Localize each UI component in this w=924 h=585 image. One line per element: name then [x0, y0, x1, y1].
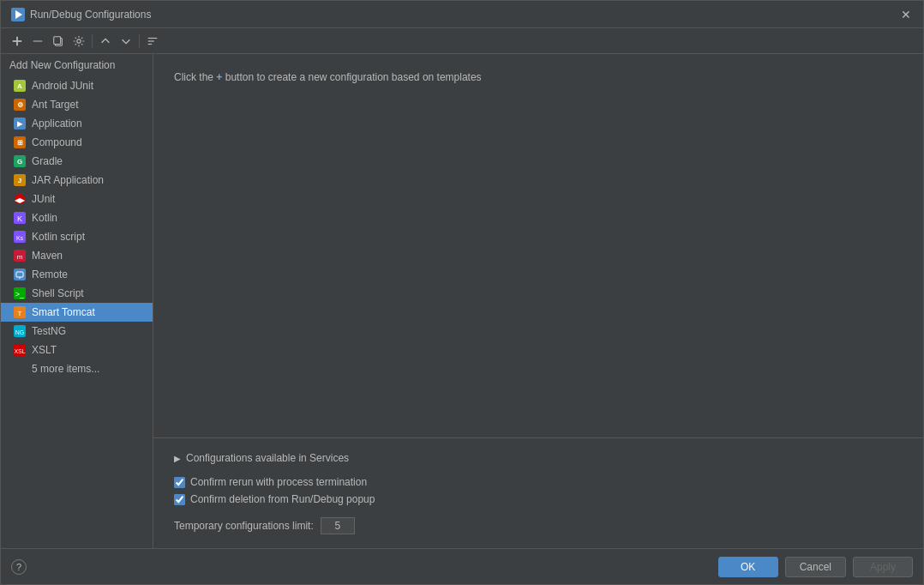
move-down-button[interactable]: [117, 32, 135, 51]
sidebar-item-application[interactable]: ▶ Application: [1, 114, 153, 133]
sidebar-item-label: Smart Tomcat: [32, 306, 95, 318]
sidebar-item-label: Shell Script: [32, 287, 84, 299]
confirm-rerun-label: Confirm rerun with process termination: [190, 476, 367, 488]
toolbar: [1, 28, 923, 54]
help-button[interactable]: ?: [11, 559, 27, 575]
sidebar-item-label: Application: [32, 118, 82, 130]
sidebar-item-label: Gradle: [32, 155, 63, 167]
sidebar-item-more[interactable]: 5 more items...: [1, 359, 153, 378]
checkbox-deletion-row: Confirm deletion from Run/Debug popup: [174, 493, 903, 505]
main-panel: Click the + button to create a new confi…: [153, 54, 923, 548]
sidebar-item-remote[interactable]: Remote: [1, 265, 153, 284]
kotlin-icon: K: [13, 211, 27, 225]
compound-icon: ⊞: [13, 136, 27, 149]
temp-config-row: Temporary configurations limit:: [174, 512, 903, 540]
content-area: Add New Configuration A Android JUnit ⚙ …: [1, 54, 923, 548]
smart-tomcat-icon: T: [13, 305, 27, 319]
sidebar-item-android-junit[interactable]: A Android JUnit: [1, 76, 153, 95]
sort-button[interactable]: [143, 32, 162, 51]
sidebar-item-label: Ant Target: [32, 99, 78, 111]
svg-text:K: K: [17, 214, 22, 223]
sidebar: Add New Configuration A Android JUnit ⚙ …: [1, 54, 153, 548]
footer-right: OK Cancel Apply: [718, 557, 913, 577]
sidebar-item-shell-script[interactable]: >_ Shell Script: [1, 284, 153, 303]
sidebar-item-label: XSLT: [32, 344, 57, 356]
svg-text:NG: NG: [15, 329, 25, 335]
sidebar-item-jar-application[interactable]: J JAR Application: [1, 171, 153, 190]
settings-button[interactable]: [69, 32, 88, 51]
title-bar-left: Run/Debug Configurations: [11, 8, 151, 21]
plus-icon: +: [216, 71, 225, 83]
configurations-label: Configurations available in Services: [186, 452, 349, 464]
add-button[interactable]: [8, 32, 27, 51]
kotlin-script-icon: Ks: [13, 230, 27, 244]
cancel-button[interactable]: Cancel: [785, 557, 846, 577]
toolbar-sep1: [92, 34, 93, 48]
confirm-rerun-checkbox[interactable]: [174, 477, 185, 488]
maven-icon: m: [13, 249, 27, 262]
svg-text:Ks: Ks: [16, 235, 24, 241]
ant-icon: ⚙: [13, 98, 27, 112]
sidebar-item-ant-target[interactable]: ⚙ Ant Target: [1, 95, 153, 114]
title-bar: Run/Debug Configurations ✕: [1, 1, 923, 28]
main-content: Click the + button to create a new confi…: [153, 54, 923, 437]
run-debug-title-icon: [11, 8, 25, 21]
application-icon: ▶: [13, 117, 27, 130]
more-items-icon: [13, 362, 27, 376]
move-up-button[interactable]: [96, 32, 115, 51]
svg-text:◀▶: ◀▶: [15, 196, 26, 204]
sidebar-item-compound[interactable]: ⊞ Compound: [1, 133, 153, 152]
close-button[interactable]: ✕: [899, 8, 913, 21]
sidebar-item-label: Maven: [32, 250, 63, 262]
confirm-deletion-checkbox[interactable]: [174, 494, 185, 505]
bottom-section: ▶ Configurations available in Services C…: [153, 437, 923, 548]
apply-button[interactable]: Apply: [853, 557, 913, 577]
checkbox-rerun-row: Confirm rerun with process termination: [174, 476, 903, 488]
android-icon: A: [13, 79, 27, 93]
sidebar-item-label: JAR Application: [32, 174, 104, 186]
welcome-text: Click the + button to create a new confi…: [174, 71, 903, 83]
sidebar-item-label: JUnit: [32, 193, 55, 205]
svg-text:XSL: XSL: [14, 348, 25, 354]
svg-text:T: T: [18, 310, 22, 317]
sidebar-item-label: 5 more items...: [32, 363, 99, 375]
sidebar-item-maven[interactable]: m Maven: [1, 246, 153, 265]
temp-config-input[interactable]: [321, 517, 355, 534]
run-debug-dialog: Run/Debug Configurations ✕: [0, 0, 924, 585]
sidebar-item-label: Compound: [32, 136, 82, 148]
sidebar-item-label: TestNG: [32, 325, 66, 337]
dialog-footer: ? OK Cancel Apply: [1, 548, 923, 584]
toolbar-sep2: [139, 34, 140, 48]
shell-script-icon: >_: [13, 286, 27, 300]
sidebar-item-testng[interactable]: NG TestNG: [1, 322, 153, 341]
jar-icon: J: [13, 173, 27, 187]
confirm-deletion-label: Confirm deletion from Run/Debug popup: [190, 493, 375, 505]
arrow-icon: ▶: [174, 454, 181, 463]
sidebar-item-smart-tomcat[interactable]: T Smart Tomcat: [1, 303, 153, 322]
sidebar-item-kotlin[interactable]: K Kotlin: [1, 208, 153, 227]
svg-text:m: m: [17, 253, 23, 261]
xslt-icon: XSL: [13, 343, 27, 357]
svg-text:>_: >_: [15, 290, 25, 299]
temp-config-label: Temporary configurations limit:: [174, 520, 314, 532]
sidebar-item-label: Android JUnit: [32, 80, 93, 92]
testng-icon: NG: [13, 324, 27, 338]
sidebar-item-label: Kotlin: [32, 212, 57, 224]
sidebar-item-kotlin-script[interactable]: Ks Kotlin script: [1, 227, 153, 246]
ok-button[interactable]: OK: [718, 557, 778, 577]
junit-icon: ◀▶: [13, 192, 27, 206]
remote-icon: [13, 268, 27, 281]
sidebar-item-xslt[interactable]: XSL XSLT: [1, 341, 153, 359]
collapsible-configurations[interactable]: ▶ Configurations available in Services: [174, 447, 903, 469]
sidebar-item-gradle[interactable]: G Gradle: [1, 152, 153, 171]
sidebar-item-junit[interactable]: ◀▶ JUnit: [1, 190, 153, 208]
svg-point-7: [77, 39, 81, 42]
footer-left: ?: [11, 559, 27, 575]
svg-rect-6: [54, 36, 61, 44]
copy-button[interactable]: [49, 32, 68, 51]
dialog-title: Run/Debug Configurations: [30, 9, 151, 21]
sidebar-header[interactable]: Add New Configuration: [1, 54, 153, 76]
checkboxes-section: Confirm rerun with process termination C…: [174, 469, 903, 512]
remove-button[interactable]: [28, 32, 47, 51]
sidebar-item-label: Kotlin script: [32, 231, 85, 243]
